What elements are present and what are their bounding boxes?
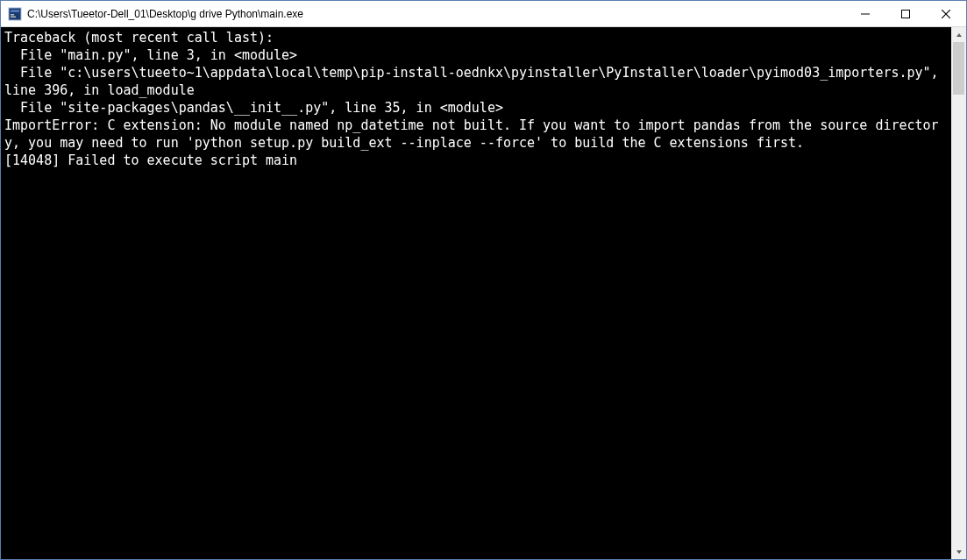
minimize-button[interactable] bbox=[845, 1, 885, 26]
app-icon bbox=[8, 7, 22, 21]
scroll-track[interactable] bbox=[951, 42, 966, 544]
console-area: Traceback (most recent call last): File … bbox=[1, 27, 966, 559]
vertical-scrollbar[interactable] bbox=[951, 27, 966, 559]
svg-rect-5 bbox=[902, 10, 910, 18]
maximize-button[interactable] bbox=[885, 1, 926, 26]
svg-rect-1 bbox=[11, 10, 19, 12]
app-window: C:\Users\Tueetor-Dell_01\Desktop\g drive… bbox=[0, 0, 967, 560]
title-bar[interactable]: C:\Users\Tueetor-Dell_01\Desktop\g drive… bbox=[1, 1, 966, 27]
window-title: C:\Users\Tueetor-Dell_01\Desktop\g drive… bbox=[27, 8, 845, 20]
svg-rect-4 bbox=[861, 13, 870, 14]
scroll-down-button[interactable] bbox=[951, 544, 966, 559]
close-button[interactable] bbox=[926, 1, 966, 26]
scroll-thumb[interactable] bbox=[953, 42, 964, 95]
svg-rect-2 bbox=[11, 14, 14, 16]
scroll-up-button[interactable] bbox=[951, 27, 966, 42]
svg-rect-3 bbox=[11, 16, 16, 18]
console-output[interactable]: Traceback (most recent call last): File … bbox=[1, 27, 951, 559]
window-controls bbox=[845, 1, 966, 26]
